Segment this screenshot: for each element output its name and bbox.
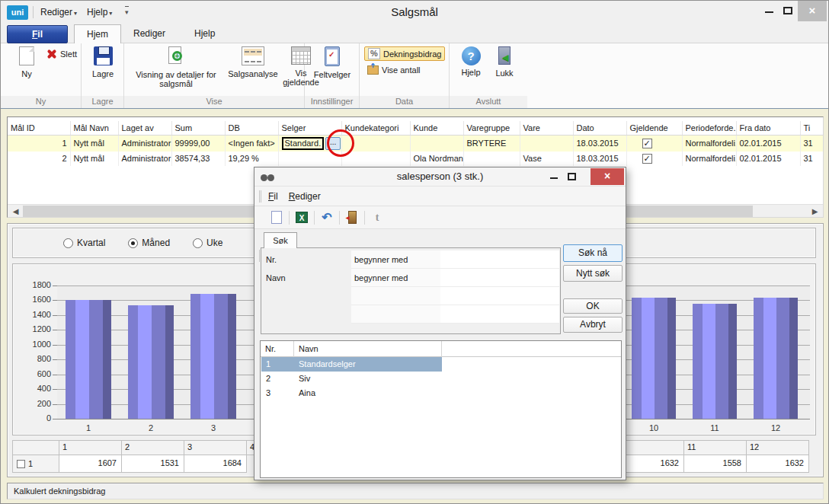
- filter-operator-empty[interactable]: [351, 287, 440, 305]
- search-criteria-box: Nr. begynner med Navn begynner med: [261, 247, 561, 334]
- value-cell[interactable]: 1531: [121, 455, 184, 473]
- divider: [364, 211, 365, 225]
- col-vare[interactable]: Vare: [520, 121, 573, 135]
- lukk-button[interactable]: Lukk: [489, 46, 520, 78]
- dialog-menu-rediger[interactable]: Rediger: [289, 191, 321, 202]
- salgsanalyse-button[interactable]: Salgsanalyse: [225, 46, 281, 78]
- col-til-dato[interactable]: Ti: [800, 121, 824, 135]
- radio-uke[interactable]: Uke: [193, 238, 222, 248]
- report-icon: [242, 46, 264, 65]
- col-fra-dato[interactable]: Fra dato: [736, 121, 800, 135]
- nytt-sok-button[interactable]: Nytt søk: [563, 265, 623, 282]
- titlebar: uni Rediger▾ Hjelp▾ ▾ Salgsmål ×: [1, 1, 828, 24]
- close-icon[interactable]: ×: [798, 1, 827, 21]
- dialog-menu-fil[interactable]: Fil: [268, 191, 278, 202]
- divider: [314, 211, 315, 225]
- value-cell[interactable]: 1684: [184, 455, 247, 473]
- tab-hjelp[interactable]: Hjelp: [182, 24, 227, 43]
- scroll-right-icon[interactable]: ▶: [808, 205, 821, 218]
- exit-door-icon: [498, 46, 511, 65]
- col-maal-navn[interactable]: Mål Navn: [70, 121, 118, 135]
- dialog-maximize-icon[interactable]: [568, 173, 576, 180]
- minimize-icon[interactable]: [765, 11, 773, 13]
- ny-button[interactable]: Ny: [10, 46, 43, 78]
- salesperson-list: Nr. Navn 1 Standardselger 2 Siv 3 Aina: [260, 340, 622, 478]
- ribbon-group-label: Data: [360, 96, 449, 108]
- list-col-navn[interactable]: Navn: [294, 341, 442, 357]
- divider: [339, 211, 340, 225]
- exit-button[interactable]: [342, 209, 362, 226]
- main-window: uni Rediger▾ Hjelp▾ ▾ Salgsmål × Fil Hje…: [0, 0, 829, 504]
- filter-value-input[interactable]: [440, 305, 559, 324]
- new-record-button[interactable]: [267, 209, 286, 226]
- box-arrow-icon: [367, 65, 379, 75]
- grid-row-2[interactable]: 2 Nytt mål Administrator 38574,33 19,29 …: [8, 152, 824, 166]
- sok-na-button[interactable]: Søk nå: [563, 244, 623, 262]
- dialog-close-icon[interactable]: ×: [591, 168, 624, 185]
- chart-bar: [128, 305, 174, 419]
- col-db[interactable]: DB: [225, 121, 278, 135]
- value-cell[interactable]: 1607: [59, 455, 122, 473]
- filter-operator[interactable]: begynner med: [351, 250, 440, 269]
- tab-hjem[interactable]: Hjem: [74, 24, 121, 43]
- slett-button[interactable]: Slett: [43, 48, 80, 60]
- ribbon-group-innstillinger: Feltvelger Innstillinger: [305, 43, 360, 108]
- selger-edit-value[interactable]: Standard.: [282, 137, 325, 150]
- ribbon-group-label: Lagre: [82, 96, 123, 108]
- salesperson-dialog: salesperson (3 stk.) × Fil Rediger X ↶ t…: [254, 167, 626, 480]
- value-cell[interactable]: 1558: [683, 455, 747, 473]
- save-floppy-icon: [94, 46, 113, 65]
- avbryt-button[interactable]: Avbryt: [563, 317, 623, 333]
- col-dato[interactable]: Dato: [573, 121, 626, 135]
- new-document-icon: [19, 46, 34, 65]
- tab-sok[interactable]: Søk: [264, 232, 297, 248]
- undo-button[interactable]: ↶: [317, 209, 337, 226]
- filter-value-input[interactable]: [440, 269, 559, 287]
- col-gjeldende[interactable]: Gjeldende: [626, 121, 682, 135]
- hjelp-button[interactable]: ? Hjelp: [456, 46, 486, 77]
- col-sum[interactable]: Sum: [171, 121, 225, 135]
- radio-icon: [63, 238, 73, 248]
- radio-maned[interactable]: Måned: [128, 238, 170, 248]
- grid-header-row: Mål ID Mål Navn Laget av Sum DB Selger K…: [8, 121, 824, 135]
- col-kunde[interactable]: Kunde: [410, 121, 463, 135]
- list-col-nr[interactable]: Nr.: [261, 341, 294, 357]
- scroll-left-icon[interactable]: ◀: [9, 205, 22, 218]
- feltvelger-button[interactable]: Feltvelger: [311, 46, 354, 79]
- dekningsbidrag-toggle[interactable]: % Dekningsbidrag: [364, 46, 445, 61]
- col-periodefordeling[interactable]: Periodeforde...: [682, 121, 736, 135]
- vise-antall-toggle[interactable]: Vise antall: [364, 65, 424, 75]
- col-maal-id[interactable]: Mål ID: [8, 121, 70, 135]
- visning-detaljer-button[interactable]: + Visning av detaljer for salgsmål: [127, 46, 225, 88]
- grid-row-1[interactable]: 1 Nytt mål Administrator 99999,00 <Ingen…: [8, 135, 824, 152]
- radio-kvartal[interactable]: Kvartal: [63, 238, 105, 248]
- series-checkbox[interactable]: [17, 460, 25, 468]
- maximize-icon[interactable]: [783, 7, 792, 14]
- export-excel-button[interactable]: X: [292, 209, 312, 226]
- help-question-icon: ?: [462, 46, 481, 65]
- tab-rediger[interactable]: Rediger: [121, 24, 178, 43]
- dialog-titlebar[interactable]: salesperson (3 stk.) ×: [254, 167, 626, 187]
- list-item-siv[interactable]: 2 Siv: [261, 372, 621, 386]
- list-item-aina[interactable]: 3 Aina: [261, 386, 621, 400]
- col-laget-av[interactable]: Laget av: [118, 121, 171, 135]
- filter-operator[interactable]: begynner med: [351, 269, 440, 287]
- col-varegruppe[interactable]: Varegruppe: [463, 121, 520, 135]
- filter-value-input[interactable]: [440, 287, 559, 305]
- clipboard-icon: [325, 46, 340, 66]
- ribbon-group-label: Ny: [1, 96, 81, 108]
- filter-value-input[interactable]: [440, 250, 559, 269]
- ribbon-group-data: % Dekningsbidrag Vise antall Data: [360, 43, 450, 108]
- ok-button[interactable]: OK: [563, 298, 623, 314]
- tab-fil[interactable]: Fil: [7, 25, 68, 43]
- gjeldende-checkbox[interactable]: ✓: [642, 139, 652, 148]
- t-button[interactable]: t: [367, 209, 387, 226]
- dialog-minimize-icon[interactable]: [550, 177, 558, 179]
- lagre-button[interactable]: Lagre: [88, 46, 118, 78]
- gjeldende-checkbox[interactable]: ✓: [642, 154, 652, 164]
- filter-operator-empty[interactable]: [351, 305, 440, 324]
- value-cell[interactable]: 1632: [746, 455, 809, 473]
- list-item-standardselger[interactable]: 1 Standardselger: [261, 357, 621, 372]
- ribbon-spacer: [527, 43, 828, 108]
- col-kundekategori[interactable]: Kundekategori: [341, 121, 410, 135]
